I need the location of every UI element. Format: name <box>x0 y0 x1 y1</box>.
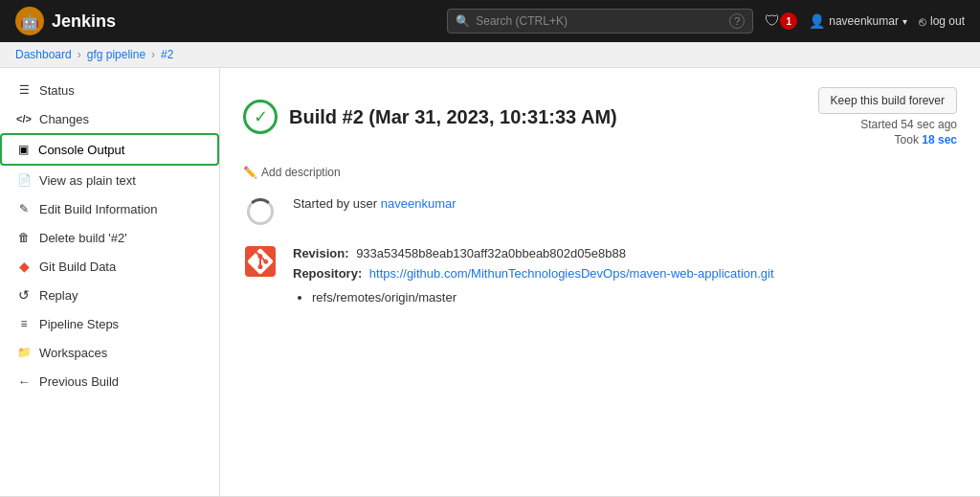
add-description-label: Add description <box>261 166 341 179</box>
sidebar-label-delete-build: Delete build '#2' <box>39 231 127 245</box>
breadcrumb-dashboard[interactable]: Dashboard <box>15 48 72 61</box>
shield-icon: 🛡 <box>765 12 780 30</box>
breadcrumb-sep-1: › <box>78 48 81 61</box>
git-icon: ◆ <box>16 259 32 274</box>
sidebar-item-changes[interactable]: </> Changes <box>0 104 219 133</box>
security-icon-wrap[interactable]: 🛡 1 <box>765 12 797 30</box>
sidebar-item-pipeline-steps[interactable]: ≡ Pipeline Steps <box>0 309 219 338</box>
search-help-icon[interactable]: ? <box>729 13 745 29</box>
sidebar-item-replay[interactable]: ↺ Replay <box>0 281 219 309</box>
logo: 🤖 Jenkins <box>15 7 116 35</box>
sidebar-label-changes: Changes <box>39 112 89 126</box>
sidebar-item-git-build-data[interactable]: ◆ Git Build Data <box>0 252 219 281</box>
breadcrumb-build[interactable]: #2 <box>161 48 173 61</box>
chevron-down-icon: ▾ <box>902 16 907 27</box>
logout-label: log out <box>930 14 965 28</box>
started-by-row: Started by user naveenkumar <box>243 194 957 229</box>
console-output-icon: ▣ <box>15 142 31 157</box>
sidebar-label-edit-build: Edit Build Information <box>39 202 158 216</box>
main-content: ✓ Build #2 (Mar 31, 2023, 10:31:33 AM) K… <box>220 68 980 496</box>
repository-label: Repository: <box>293 266 362 281</box>
git-revision-row: Revision: 933a53458b8eab130aff32a0bbeab8… <box>243 244 957 307</box>
add-description-link[interactable]: ✏️ Add description <box>243 166 957 179</box>
edit-icon: ✎ <box>16 201 32 216</box>
sidebar-label-git-build-data: Git Build Data <box>39 260 116 274</box>
prev-build-icon: ← <box>16 373 32 389</box>
started-by-content: Started by user naveenkumar <box>293 194 957 215</box>
sidebar-item-previous-build[interactable]: ← Previous Build <box>0 367 219 395</box>
build-header: ✓ Build #2 (Mar 31, 2023, 10:31:33 AM) K… <box>243 87 957 147</box>
logout-icon: ⎋ <box>919 14 926 29</box>
breadcrumb-pipeline[interactable]: gfg pipeline <box>87 48 145 61</box>
user-menu[interactable]: 👤 naveenkumar ▾ <box>809 13 907 29</box>
sidebar-item-status[interactable]: ☰ Status <box>0 76 219 104</box>
revision-line: Revision: 933a53458b8eab130aff32a0bbeab8… <box>293 244 957 264</box>
build-info: Started by user naveenkumar Revision: 93… <box>243 194 957 307</box>
sidebar-label-workspaces: Workspaces <box>39 346 107 360</box>
started-ago: Started 54 sec ago <box>860 118 957 131</box>
duration-link[interactable]: 18 sec <box>922 133 957 147</box>
started-by-user-link[interactable]: naveenkumar <box>381 196 457 211</box>
sidebar-label-previous-build: Previous Build <box>39 374 119 389</box>
sidebar-item-edit-build-info[interactable]: ✎ Edit Build Information <box>0 194 219 223</box>
git-revision-content: Revision: 933a53458b8eab130aff32a0bbeab8… <box>293 244 957 307</box>
status-icon: ☰ <box>16 82 32 98</box>
replay-icon: ↺ <box>16 287 32 303</box>
build-meta: Started 54 sec ago Took 18 sec <box>860 118 957 147</box>
ref-item: refs/remotes/origin/master <box>312 288 957 308</box>
pipeline-icon: ≡ <box>16 316 32 331</box>
sidebar-label-pipeline-steps: Pipeline Steps <box>39 317 119 331</box>
security-badge: 1 <box>780 12 797 30</box>
sidebar: ☰ Status </> Changes ▣ Console Output 📄 … <box>0 68 220 496</box>
search-box[interactable]: 🔍 ? <box>447 9 753 34</box>
refs-list: refs/remotes/origin/master <box>312 288 957 308</box>
search-icon: 🔍 <box>456 14 470 28</box>
build-actions: Keep this build forever Started 54 sec a… <box>818 87 957 147</box>
search-input[interactable] <box>476 14 724 28</box>
jenkins-avatar-icon: 🤖 <box>15 7 44 35</box>
header-right: 🛡 1 👤 naveenkumar ▾ ⎋ log out <box>765 12 965 30</box>
sidebar-label-console-output: Console Output <box>38 143 124 157</box>
sidebar-item-view-plain-text[interactable]: 📄 View as plain text <box>0 166 219 194</box>
app-header: 🤖 Jenkins 🔍 ? 🛡 1 👤 naveenkumar ▾ ⎋ log … <box>0 0 980 42</box>
build-success-icon: ✓ <box>243 100 278 134</box>
trash-icon: 🗑 <box>16 230 32 245</box>
repository-url-link[interactable]: https://github.com/MithunTechnologiesDev… <box>369 266 774 281</box>
logout-button[interactable]: ⎋ log out <box>919 14 965 29</box>
user-name: naveenkumar <box>829 14 899 28</box>
sidebar-label-plain-text: View as plain text <box>39 173 136 188</box>
user-icon: 👤 <box>809 13 825 29</box>
build-title-area: ✓ Build #2 (Mar 31, 2023, 10:31:33 AM) <box>243 100 617 134</box>
breadcrumb: Dashboard › gfg pipeline › #2 <box>0 42 980 68</box>
repository-line: Repository: https://github.com/MithunTec… <box>293 264 957 284</box>
build-title: Build #2 (Mar 31, 2023, 10:31:33 AM) <box>289 106 617 128</box>
keep-build-button[interactable]: Keep this build forever <box>818 87 957 114</box>
plain-text-icon: 📄 <box>16 172 32 188</box>
sidebar-item-delete-build[interactable]: 🗑 Delete build '#2' <box>0 223 219 252</box>
revision-label: Revision: <box>293 246 349 260</box>
pencil-icon: ✏️ <box>243 166 257 179</box>
sidebar-item-workspaces[interactable]: 📁 Workspaces <box>0 338 219 367</box>
app-title: Jenkins <box>52 11 116 32</box>
changes-icon: </> <box>16 111 32 126</box>
page-layout: ☰ Status </> Changes ▣ Console Output 📄 … <box>0 68 980 496</box>
started-by-label: Started by user <box>293 196 377 211</box>
user-started-icon <box>243 194 278 229</box>
revision-hash: 933a53458b8eab130aff32a0bbeab802d05e8b88 <box>356 246 626 260</box>
breadcrumb-sep-2: › <box>151 48 155 61</box>
folder-icon: 📁 <box>16 345 32 360</box>
git-logo-icon <box>243 244 278 279</box>
sidebar-item-console-output[interactable]: ▣ Console Output <box>0 133 219 166</box>
took-duration: Took 18 sec <box>895 133 957 147</box>
sidebar-label-status: Status <box>39 83 75 98</box>
git-svg <box>245 246 276 277</box>
sidebar-label-replay: Replay <box>39 288 78 303</box>
